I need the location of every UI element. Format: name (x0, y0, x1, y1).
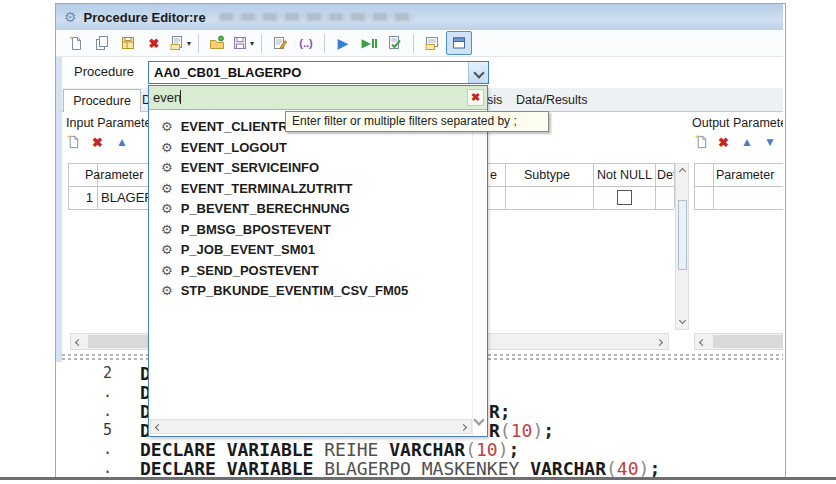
open-file-button[interactable] (205, 32, 229, 54)
column-header-not-null[interactable]: Not NULL (597, 168, 652, 182)
move-up-button[interactable]: ▲ (116, 136, 128, 148)
list-item-procedure[interactable]: ⚙EVENT_LOGOUT (149, 137, 471, 157)
code-line: . DECLARE VARIABLE BLAGERPO_MASKENKEY VA… (56, 459, 783, 478)
edit-script-button[interactable] (268, 32, 292, 54)
delete-procedure-button[interactable]: ✖ (142, 32, 166, 54)
scroll-left-icon[interactable] (75, 339, 82, 346)
input-grid-vscrollbar[interactable] (675, 163, 689, 330)
toggle-layout-button[interactable] (446, 31, 472, 55)
save-to-file-button[interactable]: ▾ (231, 32, 255, 54)
run-button[interactable]: ▶ (331, 32, 355, 54)
run-play-icon: ▶ (338, 36, 349, 50)
procedure-name: P_JOB_EVENT_SM01 (181, 242, 315, 257)
grid-line (694, 209, 783, 210)
procedure-name: P_BEVENT_BERECHNUNG (181, 201, 350, 216)
close-icon: ✖ (471, 92, 480, 103)
tab-analysis[interactable]: sis (487, 93, 502, 107)
procedure-combobox[interactable]: AA0_CB01_BLAGERPO (148, 61, 489, 84)
row-index: 1 (78, 190, 93, 205)
scroll-left-icon[interactable] (155, 424, 162, 431)
line-number: . (64, 402, 112, 421)
column-header-default[interactable]: Default (657, 168, 674, 182)
list-item-procedure[interactable]: ⚙P_JOB_EVENT_SM01 (149, 239, 471, 259)
output-grid-hscrollbar[interactable] (694, 333, 783, 350)
code-line: . DECLARE VARIABLE REIHE VARCHAR(10); (56, 440, 783, 459)
scroll-down-icon[interactable] (679, 317, 686, 324)
procedure-name: P_BMSG_BPOSTEVENT (181, 222, 331, 237)
list-item-procedure[interactable]: ⚙EVENT_SERVICEINFO (149, 157, 471, 177)
window-title: Procedure Editor:re (84, 10, 206, 25)
validate-script-button[interactable] (383, 32, 407, 54)
new-procedure-button[interactable] (64, 32, 88, 54)
column-header-type-fragment[interactable]: e (490, 168, 497, 182)
tab-procedure[interactable]: Procedure (63, 89, 141, 112)
list-item-procedure[interactable]: ⚙P_BEVENT_BERECHNUNG (149, 198, 471, 218)
redacted-title-text (219, 13, 414, 21)
toolbar-separator (324, 34, 325, 53)
column-header-parameter[interactable]: Parameter (716, 168, 774, 182)
procedure-gear-icon: ⚙ (161, 264, 173, 277)
line-number: . (64, 383, 112, 402)
filter-tooltip: Enter filter or multiple filters separat… (285, 111, 549, 132)
procedure-gear-icon: ⚙ (161, 182, 173, 195)
column-header-parameter[interactable]: Parameter (85, 168, 143, 182)
clear-filter-button[interactable]: ✖ (467, 89, 484, 106)
save-procedure-button[interactable] (116, 32, 140, 54)
procedure-name: STP_BKUNDE_EVENTIM_CSV_FM05 (181, 283, 409, 298)
dropdown-caret-icon: ▾ (187, 39, 191, 48)
scroll-down-icon[interactable] (473, 414, 484, 425)
filter-input[interactable]: even ✖ (149, 86, 487, 110)
scroll-right-icon[interactable] (460, 424, 467, 431)
list-item-procedure[interactable]: ⚙P_BMSG_BPOSTEVENT (149, 219, 471, 239)
delete-output-parameter-button[interactable]: ✖ (718, 136, 729, 149)
delete-input-parameter-button[interactable]: ✖ (92, 136, 103, 149)
scroll-left-icon[interactable] (699, 339, 706, 346)
scroll-up-icon[interactable] (679, 168, 686, 175)
pause-bar-icon (372, 39, 374, 48)
add-output-parameter-button[interactable] (694, 134, 709, 149)
dropdown-vscrollbar[interactable] (472, 110, 486, 436)
refresh-ddl-button[interactable]: ▾ (168, 32, 192, 54)
procedure-gear-icon: ⚙ (161, 120, 173, 133)
window-bottom-edge (0, 477, 836, 480)
chevron-down-icon (473, 67, 484, 78)
list-item-procedure[interactable]: ⚙EVENT_TERMINALZUTRITT (149, 178, 471, 198)
save-database-icon (120, 35, 136, 51)
output-parameters-title: Output Parameters (692, 116, 783, 130)
layout-panel-icon (451, 35, 467, 51)
hscrollbar-thumb[interactable] (713, 335, 783, 348)
grid-line (694, 186, 783, 187)
ddl-script-icon (169, 35, 185, 51)
scroll-right-icon[interactable] (656, 339, 663, 346)
pause-bar-icon (375, 39, 377, 48)
move-down-button[interactable]: ▼ (764, 136, 776, 148)
grid-line (694, 163, 783, 164)
dropdown-hscrollbar[interactable] (150, 419, 472, 434)
new-document-icon (68, 35, 84, 51)
title-bar[interactable]: ⚙ Procedure Editor:re (56, 4, 783, 30)
list-item-procedure[interactable]: ⚙STP_BKUNDE_EVENTIM_CSV_FM05 (149, 280, 471, 300)
add-input-parameter-button[interactable] (66, 134, 81, 149)
vscrollbar-thumb[interactable] (678, 200, 687, 270)
show-sql-button[interactable] (420, 32, 444, 54)
parameters-button[interactable]: (..) (294, 32, 318, 54)
toolbar-separator (261, 34, 262, 53)
not-null-checkbox[interactable] (617, 190, 632, 205)
move-up-button[interactable]: ▲ (741, 136, 753, 148)
grid-line (655, 163, 656, 209)
copy-procedure-button[interactable] (90, 32, 114, 54)
script-check-icon (387, 35, 403, 51)
text-cursor (180, 90, 181, 104)
copy-document-icon (94, 35, 110, 51)
grid-line (68, 163, 69, 209)
tab-data-results[interactable]: Data/Results (516, 93, 588, 107)
procedure-editor-app-icon: ⚙ (64, 10, 77, 24)
procedure-name: EVENT_LOGOUT (181, 140, 287, 155)
combo-dropdown-button[interactable] (468, 62, 488, 83)
toolbar-separator (413, 34, 414, 53)
run-step-button[interactable]: ▶ (357, 32, 381, 54)
column-header-subtype[interactable]: Subtype (524, 168, 570, 182)
line-number: . (64, 459, 112, 478)
filter-value: even (153, 90, 181, 105)
list-item-procedure[interactable]: ⚙P_SEND_POSTEVENT (149, 260, 471, 280)
